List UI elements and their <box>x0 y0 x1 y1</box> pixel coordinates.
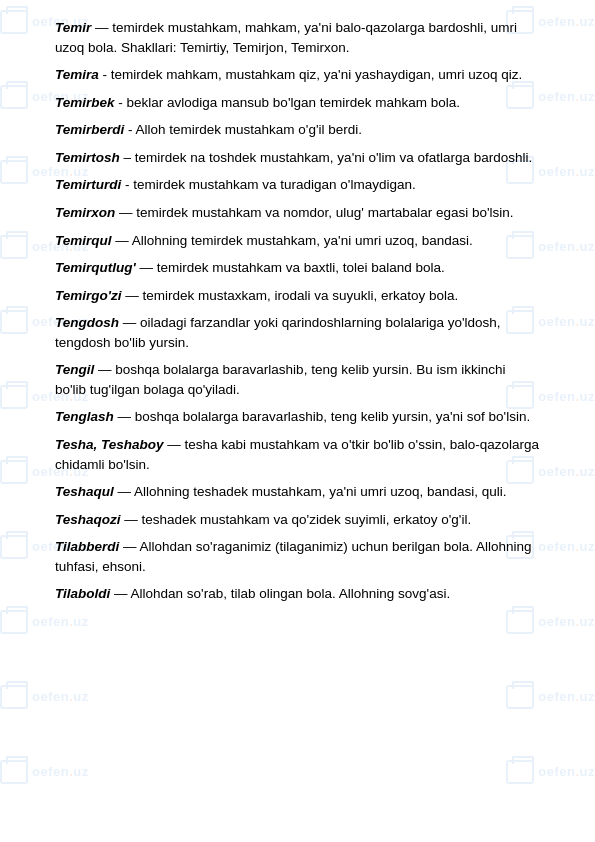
entry-teshaqul-text: Teshaqul — Allohning teshadek mustahkam,… <box>55 484 507 499</box>
entry-temirbek: Temirbek - beklar avlodiga mansub bo'lga… <box>55 93 540 113</box>
entry-temirbek-text: Temirbek - beklar avlodiga mansub bo'lga… <box>55 95 460 110</box>
entry-temirtosh-text: Temirtosh – temirdek na toshdek mustahka… <box>55 150 532 165</box>
entry-temirberdi: Temirberdi - Alloh temirdek mustahkam o'… <box>55 120 540 140</box>
entry-temirgo-zi-text: Temirgo'zi — temirdek mustaxkam, irodali… <box>55 288 458 303</box>
entry-temirqul: Temirqul — Allohning temirdek mustahkam,… <box>55 231 540 251</box>
entry-temira: Temira - temirdek mahkam, mustahkam qiz,… <box>55 65 540 85</box>
entry-tengil: Tengil — boshqa bolalarga baravarlashib,… <box>55 360 540 399</box>
entry-tilabberdi: Tilabberdi — Allohdan so'raganimiz (tila… <box>55 537 540 576</box>
entry-temirqutlug: Temirqutlug' — temirdek mustahkam va bax… <box>55 258 540 278</box>
entry-temirqutlug-text: Temirqutlug' — temirdek mustahkam va bax… <box>55 260 445 275</box>
entry-temirgo-zi: Temirgo'zi — temirdek mustaxkam, irodali… <box>55 286 540 306</box>
watermark-left-10: oefen.uz <box>0 685 89 709</box>
entry-tilaboldi: Tilaboldi — Allohdan so'rab, tilab oling… <box>55 584 540 604</box>
entry-temir-text: Temir — temirdek mustahkam, mahkam, ya'n… <box>55 20 517 55</box>
watermark-right-10: oefen.uz <box>506 685 595 709</box>
entry-temirturdi-text: Temirturdi - temirdek mustahkam va turad… <box>55 177 416 192</box>
entry-tenglash: Tenglash — boshqa bolalarga baravarlashi… <box>55 407 540 427</box>
main-content: Temir — temirdek mustahkam, mahkam, ya'n… <box>0 0 595 630</box>
entry-teshaqozi-text: Teshaqozi — teshadek mustahkam va qo'zid… <box>55 512 471 527</box>
entry-tesha-teshaboy: Tesha, Teshaboy — tesha kabi mustahkam v… <box>55 435 540 474</box>
entry-tesha-teshaboy-text: Tesha, Teshaboy — tesha kabi mustahkam v… <box>55 437 539 472</box>
entry-temirqul-text: Temirqul — Allohning temirdek mustahkam,… <box>55 233 473 248</box>
entry-temirxon: Temirxon — temirdek mustahkam va nomdor,… <box>55 203 540 223</box>
watermark-right-11: oefen.uz <box>506 760 595 784</box>
watermark-left-11: oefen.uz <box>0 760 89 784</box>
entry-tengdosh: Tengdosh — oiladagi farzandlar yoki qari… <box>55 313 540 352</box>
entry-temirxon-text: Temirxon — temirdek mustahkam va nomdor,… <box>55 205 514 220</box>
entry-tilaboldi-text: Tilaboldi — Allohdan so'rab, tilab oling… <box>55 586 450 601</box>
entry-temirturdi: Temirturdi - temirdek mustahkam va turad… <box>55 175 540 195</box>
entry-teshaqul: Teshaqul — Allohning teshadek mustahkam,… <box>55 482 540 502</box>
entry-tengil-text: Tengil — boshqa bolalarga baravarlashib,… <box>55 362 505 397</box>
entry-tilabberdi-text: Tilabberdi — Allohdan so'raganimiz (tila… <box>55 539 532 574</box>
entry-tenglash-text: Tenglash — boshqa bolalarga baravarlashi… <box>55 409 530 424</box>
entry-temira-text: Temira - temirdek mahkam, mustahkam qiz,… <box>55 67 522 82</box>
entry-temirtosh: Temirtosh – temirdek na toshdek mustahka… <box>55 148 540 168</box>
entry-temirberdi-text: Temirberdi - Alloh temirdek mustahkam o'… <box>55 122 362 137</box>
entry-tengdosh-text: Tengdosh — oiladagi farzandlar yoki qari… <box>55 315 501 350</box>
entry-teshaqozi: Teshaqozi — teshadek mustahkam va qo'zid… <box>55 510 540 530</box>
entry-temir: Temir — temirdek mustahkam, mahkam, ya'n… <box>55 18 540 57</box>
